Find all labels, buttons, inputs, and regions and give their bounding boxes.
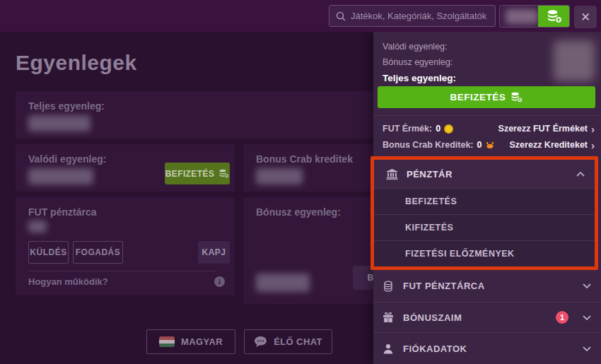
- fut-wallet-label: FUT pénztárca: [28, 206, 96, 218]
- crab-credits-label: Bonus Crab kreditek: [256, 153, 353, 165]
- get-fut-coins-link[interactable]: Szerezz FUT Érméket ›: [498, 124, 595, 134]
- bonus-balance-label: Bónusz egyenleg:: [256, 206, 341, 218]
- panel-divider: [373, 115, 601, 116]
- redacted-fut-wallet-value: [28, 221, 47, 233]
- cashier-section-header[interactable]: PÉNZTÁR: [374, 160, 595, 188]
- language-button-label: MAGYAR: [181, 336, 223, 347]
- deposit-button-main-label: BEFIZETÉS: [165, 169, 215, 179]
- deposit-button-main[interactable]: BEFIZETÉS: [165, 163, 230, 184]
- coin-icon: [444, 124, 453, 134]
- section-my-bonuses[interactable]: BÓNUSZAIM 1: [373, 302, 601, 332]
- coins-plus-icon: [510, 92, 523, 102]
- get-button[interactable]: KAPJ: [198, 241, 230, 264]
- chat-bubble-icon: [254, 336, 267, 348]
- total-balance-label: Teljes egyenleg:: [28, 100, 105, 112]
- person-icon: [382, 344, 395, 354]
- fut-wallet-card: FUT pénztárca KÜLDÉS FOGADÁS KAPJ Hogyan…: [16, 197, 235, 295]
- get-credits-link[interactable]: Szerezz Krediteket ›: [510, 140, 595, 151]
- fut-coins-label: FUT Érmék:: [383, 124, 432, 134]
- section-account-data-label: FIÓKADATOK: [403, 344, 574, 354]
- hungary-flag-icon: [159, 336, 175, 347]
- menu-item-withdrawal[interactable]: KIFIZETÉS: [374, 214, 595, 240]
- redacted-header-balance: [506, 9, 538, 24]
- redacted-panel-balances: [554, 40, 595, 81]
- deposit-button-panel[interactable]: BEFIZETÉS: [378, 86, 595, 108]
- card-divider: [28, 271, 217, 271]
- quick-deposit-button[interactable]: [538, 5, 570, 28]
- redacted-crab-credits: [256, 168, 303, 184]
- gift-icon: [382, 312, 395, 323]
- get-credits-label: Szerezz Krediteket: [510, 140, 588, 150]
- redacted-bonus-balance: [256, 274, 310, 292]
- receive-button[interactable]: FOGADÁS: [73, 241, 123, 264]
- redacted-total-balance: [28, 115, 91, 131]
- chevron-down-icon: [583, 283, 591, 288]
- panel-total-balance-label: Teljes egyenleg:: [383, 73, 456, 83]
- chevron-right-icon: ›: [591, 140, 595, 151]
- crab-icon: [485, 141, 495, 149]
- search-icon: [336, 11, 346, 21]
- cashier-section-label: PÉNZTÁR: [407, 169, 568, 180]
- section-my-bonuses-label: BÓNUSZAIM: [403, 312, 547, 323]
- close-icon[interactable]: ✕: [574, 6, 597, 28]
- panel-real-balance-label: Valódi egyenleg:: [383, 42, 448, 52]
- crab-credits-row-label: Bonus Crab Kreditek:: [383, 140, 474, 150]
- info-icon[interactable]: i: [214, 276, 225, 287]
- get-fut-coins-label: Szerezz FUT Érméket: [498, 124, 588, 134]
- search-placeholder: Játékok, Kategóriák, Szolgáltatók: [351, 11, 486, 21]
- fut-coins-value: 0: [436, 124, 440, 134]
- panel-bonus-balance-label: Bónusz egyenleg:: [383, 57, 453, 67]
- page-title: Egyenlegek: [16, 51, 137, 75]
- live-chat-label: ÉLŐ CHAT: [274, 336, 322, 347]
- coins-plus-icon: [218, 169, 229, 178]
- bank-icon: [385, 169, 398, 180]
- account-panel: Valódi egyenleg: Bónusz egyenleg: Teljes…: [373, 32, 601, 364]
- coins-icon: [382, 281, 395, 292]
- chevron-right-icon: ›: [591, 124, 595, 134]
- language-button[interactable]: MAGYAR: [146, 329, 235, 354]
- real-balance-card: Valódi egyenleg: BEFIZETÉS: [16, 144, 235, 192]
- user-balance-box[interactable]: [499, 5, 570, 28]
- chevron-down-icon: [583, 346, 591, 351]
- crab-credits-row: Bonus Crab Kreditek: 0 Szerezz Krediteke…: [383, 139, 595, 151]
- send-button[interactable]: KÜLDÉS: [28, 241, 69, 264]
- search-input[interactable]: Játékok, Kategóriák, Szolgáltatók: [329, 5, 496, 27]
- highlight-outline: PÉNZTÁR BEFIZETÉS KIFIZETÉS FIZETÉSI ELŐ…: [370, 156, 598, 270]
- real-balance-label: Valódi egyenleg:: [28, 153, 106, 165]
- how-it-works-link[interactable]: Hogyan működik?: [28, 276, 108, 287]
- app-screen: Egyenlegek Teljes egyenleg: Valódi egyen…: [0, 0, 601, 364]
- crab-credits-value: 0: [477, 140, 482, 150]
- menu-item-payment-history[interactable]: FIZETÉSI ELŐZMÉNYEK: [374, 240, 595, 266]
- fut-coins-row: FUT Érmék: 0 Szerezz FUT Érméket ›: [383, 123, 595, 134]
- section-account-data[interactable]: FIÓKADATOK: [373, 332, 601, 364]
- live-chat-button[interactable]: ÉLŐ CHAT: [244, 329, 332, 354]
- section-fut-wallet[interactable]: FUT PÉNZTÁRCA: [373, 270, 601, 302]
- coins-plus-icon: [547, 9, 562, 23]
- chevron-up-icon: [576, 172, 585, 177]
- chevron-down-icon: [583, 315, 591, 320]
- bonus-count-badge: 1: [556, 311, 568, 324]
- redacted-real-balance: [28, 168, 93, 184]
- menu-item-deposit[interactable]: BEFIZETÉS: [374, 188, 595, 214]
- deposit-button-panel-label: BEFIZETÉS: [450, 92, 506, 102]
- section-fut-wallet-label: FUT PÉNZTÁRCA: [403, 281, 574, 291]
- top-bar: Játékok, Kategóriák, Szolgáltatók ✕: [0, 0, 601, 32]
